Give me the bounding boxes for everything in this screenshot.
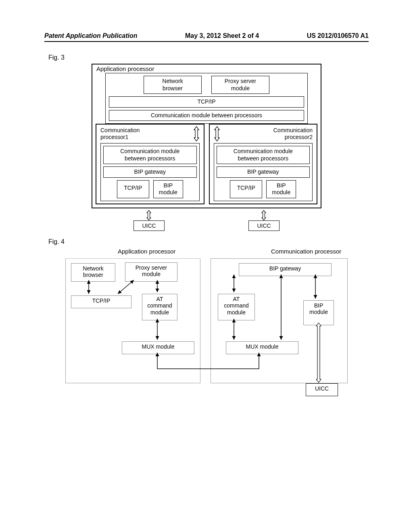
cp2-tcpip-box: TCP/IP	[230, 180, 262, 198]
page: Patent Application Publication May 3, 20…	[0, 0, 413, 532]
ap-title: Application processor	[96, 65, 317, 72]
cp2-bipgw-box: BIP gateway	[217, 166, 310, 178]
uicc1-box: UICC	[133, 220, 164, 231]
fig4-bip-gateway-box: BIP gateway	[239, 263, 332, 276]
uicc2-box: UICC	[248, 220, 279, 231]
fig4-cp-title: Communication processor	[271, 248, 341, 255]
fig4-at-cmd-ap-box: ATcommandmodule	[142, 294, 177, 320]
fig4-bip-module-box: BIPmodule	[303, 300, 334, 325]
bi-arrow-icon	[261, 210, 267, 220]
bi-arrow-icon	[193, 126, 200, 141]
fig3-label: Fig. 3	[48, 54, 369, 61]
fig3-diagram: Application processor Networkbrowser Pro…	[92, 64, 321, 231]
cp1-bipmod-box: BIPmodule	[153, 180, 183, 198]
fig4-ap-title: Application processor	[118, 248, 175, 255]
cp2-comm-mod-box: Communication modulebetween processors	[217, 146, 310, 164]
fig4-mux-cp-box: MUX module	[226, 341, 298, 354]
cp1-title: Communicationprocessor1	[100, 127, 140, 141]
fig4-tcpip-box: TCP/IP	[71, 295, 131, 308]
bi-arrow-icon	[214, 126, 220, 141]
fig4-network-browser-box: Networkbrowser	[71, 263, 115, 282]
fig4-proxy-server-box: Proxy servermodule	[125, 262, 177, 282]
tcpip-box: TCP/IP	[109, 96, 304, 108]
network-browser-box: Networkbrowser	[144, 76, 202, 94]
application-processor-box: Application processor Networkbrowser Pro…	[92, 64, 321, 208]
cp1-comm-mod-box: Communication modulebetween processors	[103, 146, 197, 164]
fig4-at-cmd-cp-box: ATcommandmodule	[218, 294, 255, 320]
fig4-label: Fig. 4	[48, 238, 369, 245]
page-header: Patent Application Publication May 3, 20…	[44, 32, 369, 42]
cp2-title: Communicationprocessor2	[273, 127, 313, 141]
fig4-mux-ap-box: MUX module	[122, 341, 194, 354]
proxy-server-box: Proxy servermodule	[211, 76, 269, 94]
header-right: US 2012/0106570 A1	[307, 32, 369, 39]
comm-module-ap-box: Communication module between processors	[109, 110, 304, 121]
header-center: May 3, 2012 Sheet 2 of 4	[185, 32, 259, 39]
communication-processor1-box: Communicationprocessor1 Communication mo…	[96, 124, 204, 204]
cp1-tcpip-box: TCP/IP	[117, 180, 149, 198]
header-left: Patent Application Publication	[44, 32, 138, 39]
bi-arrow-icon	[146, 210, 152, 220]
communication-processor2-box: Communicationprocessor2 Communication mo…	[209, 124, 318, 204]
cp1-bipgw-box: BIP gateway	[103, 166, 197, 178]
cp2-bipmod-box: BIPmodule	[266, 180, 296, 198]
cp2-inner: Communication modulebetween processors B…	[214, 143, 313, 201]
fig4-diagram: Application processor Communication proc…	[57, 248, 356, 405]
ap-inner: Networkbrowser Proxy servermodule TCP/IP…	[105, 73, 308, 124]
cp1-inner: Communication modulebetween processors B…	[100, 143, 200, 201]
fig4-uicc-box: UICC	[306, 383, 338, 396]
